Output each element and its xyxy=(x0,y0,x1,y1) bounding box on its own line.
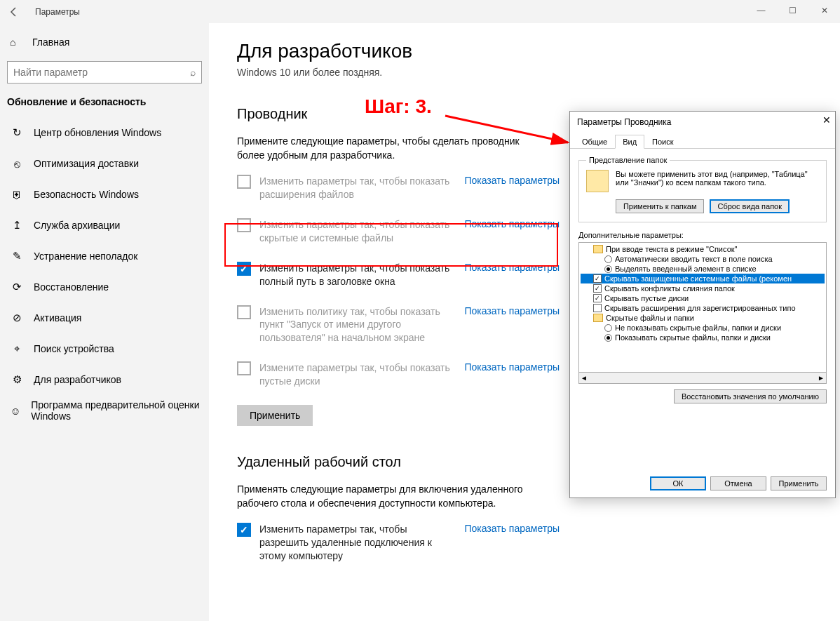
checkbox[interactable] xyxy=(237,218,251,232)
explorer-options-dialog: Параметры Проводника ✕ ОбщиеВидПоиск Пре… xyxy=(569,111,836,498)
tree-radio[interactable] xyxy=(604,324,612,332)
folder-icon xyxy=(593,314,603,322)
search-input[interactable] xyxy=(13,67,190,78)
nav-label: Центр обновления Windows xyxy=(34,127,161,138)
tree-item-label: Не показывать скрытые файлы, папки и дис… xyxy=(615,323,781,332)
dialog-close-button[interactable]: ✕ xyxy=(822,114,831,126)
nav-icon: ⟳ xyxy=(10,281,24,293)
sidebar-item-6[interactable]: ⊘Активация xyxy=(0,302,209,333)
nav-label: Оптимизация доставки xyxy=(34,158,139,169)
nav-icon: ⎋ xyxy=(10,158,24,170)
nav-icon: ⚙ xyxy=(10,373,24,386)
dialog-tab-Общие[interactable]: Общие xyxy=(574,135,615,149)
nav-label: Служба архивации xyxy=(34,220,120,231)
back-button[interactable] xyxy=(6,4,22,20)
tree-checkbox[interactable] xyxy=(593,304,602,312)
page-subtitle: Windows 10 или более поздняя. xyxy=(237,67,812,78)
advanced-tree[interactable]: При вводе текста в режиме "Список"Автома… xyxy=(578,242,827,373)
checkbox[interactable] xyxy=(237,175,251,189)
checkbox[interactable] xyxy=(237,361,251,375)
explorer-option-1: Изменить параметры так, чтобы показать с… xyxy=(237,218,560,245)
sidebar-item-5[interactable]: ⟳Восстановление xyxy=(0,272,209,302)
sidebar-item-8[interactable]: ⚙Для разработчиков xyxy=(0,364,209,395)
folder-view-group: Представление папок Вы можете применить … xyxy=(578,156,827,222)
remote-option-0: Изменить параметры так, чтобы разрешить … xyxy=(237,523,560,563)
show-settings-link[interactable]: Показать параметры xyxy=(464,218,560,229)
tree-radio[interactable] xyxy=(604,334,612,342)
tree-item-4[interactable]: ✓Скрывать конфликты слияния папок xyxy=(581,283,825,293)
minimize-button[interactable]: — xyxy=(745,0,777,21)
show-settings-link[interactable]: Показать параметры xyxy=(464,175,560,186)
tree-radio[interactable] xyxy=(604,265,612,273)
nav-icon: ↥ xyxy=(10,219,24,232)
sidebar-section-header: Обновление и безопасность xyxy=(0,96,209,117)
sidebar-item-3[interactable]: ↥Служба архивации xyxy=(0,210,209,241)
option-label: Измените параметры так, чтобы показать п… xyxy=(259,361,453,388)
close-button[interactable]: ✕ xyxy=(808,0,840,21)
dialog-apply-button[interactable]: Применить xyxy=(771,476,827,490)
nav-label: Безопасность Windows xyxy=(34,189,139,200)
show-settings-link[interactable]: Показать параметры xyxy=(464,262,560,273)
ok-button[interactable]: ОК xyxy=(650,476,706,490)
maximize-button[interactable]: ☐ xyxy=(777,0,808,21)
tree-item-0[interactable]: При вводе текста в режиме "Список" xyxy=(581,244,825,254)
tree-checkbox[interactable]: ✓ xyxy=(593,294,602,302)
sidebar-item-9[interactable]: ☺Программа предварительной оценки Window… xyxy=(0,395,209,426)
dialog-tab-Поиск[interactable]: Поиск xyxy=(644,135,681,149)
tree-item-8[interactable]: Не показывать скрытые файлы, папки и дис… xyxy=(581,323,825,333)
folder-view-desc: Вы можете применить этот вид (например, … xyxy=(616,170,819,192)
page-heading: Для разработчиков xyxy=(237,40,812,62)
cancel-button[interactable]: Отмена xyxy=(710,476,766,490)
tree-checkbox[interactable]: ✓ xyxy=(593,284,602,293)
tree-item-6[interactable]: Скрывать расширения для зарегистрированн… xyxy=(581,303,825,313)
sidebar-item-4[interactable]: ✎Устранение неполадок xyxy=(0,241,209,272)
tree-item-label: Скрывать конфликты слияния папок xyxy=(604,284,735,293)
nav-icon: ✎ xyxy=(10,250,24,262)
tree-item-9[interactable]: Показывать скрытые файлы, папки и диски xyxy=(581,333,825,342)
checkbox[interactable] xyxy=(237,523,251,537)
checkbox[interactable] xyxy=(237,305,251,319)
tree-item-label: Скрытые файлы и папки xyxy=(606,314,694,322)
nav-icon: ☺ xyxy=(10,405,21,417)
search-box[interactable]: ⌕ xyxy=(7,61,202,84)
folder-icon xyxy=(593,245,603,253)
tree-item-2[interactable]: Выделять введенный элемент в списке xyxy=(581,264,825,274)
window-title: Параметры xyxy=(35,7,80,17)
tree-checkbox[interactable]: ✓ xyxy=(593,274,602,283)
tree-item-5[interactable]: ✓Скрывать пустые диски xyxy=(581,293,825,303)
sidebar-item-0[interactable]: ↻Центр обновления Windows xyxy=(0,117,209,148)
tree-radio[interactable] xyxy=(604,255,612,263)
show-settings-link[interactable]: Показать параметры xyxy=(464,361,560,373)
reset-folders-button[interactable]: Сброс вида папок xyxy=(710,199,790,213)
home-nav[interactable]: ⌂ Главная xyxy=(0,29,209,55)
explorer-option-0: Изменить параметры так, чтобы показать р… xyxy=(237,175,560,201)
nav-icon: ⊘ xyxy=(10,312,24,324)
tree-item-label: При вводе текста в режиме "Список" xyxy=(606,245,737,253)
sidebar-item-1[interactable]: ⎋Оптимизация доставки xyxy=(0,148,209,179)
home-label: Главная xyxy=(32,36,69,48)
search-icon: ⌕ xyxy=(190,67,196,78)
checkbox[interactable] xyxy=(237,262,251,276)
sidebar-item-7[interactable]: ⌖Поиск устройства xyxy=(0,333,209,364)
show-settings-link[interactable]: Показать параметры xyxy=(464,305,560,316)
home-icon: ⌂ xyxy=(10,36,22,48)
apply-to-folders-button[interactable]: Применить к папкам xyxy=(616,199,705,213)
tree-item-3[interactable]: ✓Скрывать защищенные системные файлы (ре… xyxy=(581,274,825,283)
tree-hscrollbar[interactable]: ◄► xyxy=(578,373,827,384)
tree-item-7[interactable]: Скрытые файлы и папки xyxy=(581,313,825,323)
tree-item-label: Скрывать пустые диски xyxy=(604,294,689,302)
tree-item-1[interactable]: Автоматически вводить текст в поле поиск… xyxy=(581,254,825,264)
dialog-tab-Вид[interactable]: Вид xyxy=(615,135,644,149)
show-settings-link[interactable]: Показать параметры xyxy=(464,523,560,534)
tree-item-label: Показывать скрытые файлы, папки и диски xyxy=(615,333,771,342)
restore-defaults-button[interactable]: Восстановить значения по умолчанию xyxy=(674,389,827,403)
option-label: Изменить параметры так, чтобы показать р… xyxy=(259,175,453,201)
folder-view-legend: Представление папок xyxy=(586,156,670,164)
nav-icon: ↻ xyxy=(10,126,24,139)
explorer-apply-button[interactable]: Применить xyxy=(237,405,313,426)
advanced-label: Дополнительные параметры: xyxy=(578,231,827,239)
dialog-title: Параметры Проводника xyxy=(570,112,835,133)
sidebar-item-2[interactable]: ⛨Безопасность Windows xyxy=(0,179,209,210)
option-label: Изменить параметры так, чтобы разрешить … xyxy=(259,523,453,563)
tree-item-label: Скрывать расширения для зарегистрированн… xyxy=(604,304,796,312)
